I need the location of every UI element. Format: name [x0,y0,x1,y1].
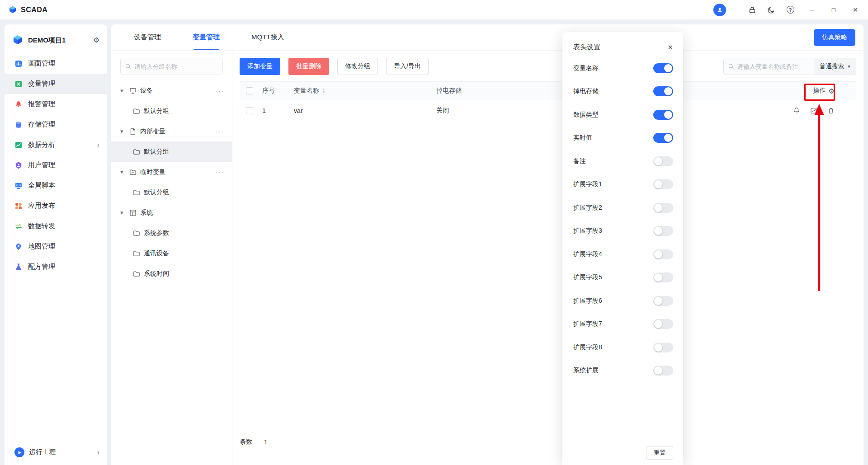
toggle-switch[interactable] [653,203,673,213]
toggle-switch[interactable] [653,319,673,329]
caret-down-icon[interactable]: ▾ [120,209,126,216]
more-actions-icon[interactable]: ··· [216,87,224,94]
close-icon[interactable]: ✕ [667,44,673,51]
map-pin-icon [14,243,23,251]
sidebar-item-screen-management[interactable]: 画面管理 [5,53,107,74]
count-label: 条数 [240,438,252,446]
account-badge-icon[interactable] [713,4,726,16]
simulation-strategy-button[interactable]: 仿真策略 [814,29,855,46]
table-row[interactable]: 1 var 关闭 [240,100,856,121]
minimize-button[interactable]: ─ [807,5,816,14]
delete-trash-icon[interactable] [827,107,835,114]
toggle-switch[interactable] [653,366,673,376]
toggle-switch[interactable] [653,179,673,189]
project-settings-gear-icon[interactable]: ⚙ [93,37,99,44]
header-settings-modal: 表头设置 ✕ 变量名称 掉电存储 数据类型 实时值 备注 [562,32,683,465]
toggle-switch[interactable] [653,86,673,96]
tree-group-system[interactable]: ▾ 系统 [111,202,232,223]
toggle-row-ext-field-6: 扩展字段6 [562,289,683,313]
more-actions-icon[interactable]: ··· [216,127,224,135]
maximize-button[interactable]: □ [829,5,838,14]
header-actions: 操作 [813,87,826,95]
lock-icon[interactable] [748,5,757,14]
batch-delete-button[interactable]: 批量删除 [288,58,329,75]
close-button[interactable]: ✕ [851,5,860,14]
add-variable-button[interactable]: 添加变量 [240,58,280,75]
sort-icon[interactable]: ▲ ▼ [322,88,326,94]
system-icon [129,209,137,216]
toggle-row-ext-field-1: 扩展字段1 [562,173,683,197]
group-search-box [120,58,223,75]
row-checkbox[interactable] [246,107,253,114]
cell-variable-name: var [294,107,436,114]
sidebar-item-data-forwarding[interactable]: 数据转发 [5,216,107,236]
group-search-input[interactable] [135,63,218,70]
toggle-switch[interactable] [653,249,673,259]
sidebar-item-variable-management[interactable]: 变量管理 [5,74,107,94]
caret-down-icon[interactable]: ▾ [120,128,126,135]
count-value: 1 [264,438,268,446]
toggle-switch[interactable] [653,156,673,166]
app-grid-icon [14,202,23,210]
search-mode-dropdown[interactable]: 普通搜索 ▾ [814,58,856,75]
import-export-button[interactable]: 导入/导出 [386,58,429,75]
dark-mode-moon-icon[interactable] [767,5,776,14]
toggle-switch[interactable] [653,343,673,352]
help-icon[interactable]: ? [786,5,795,14]
toggle-switch[interactable] [653,272,673,282]
tree-leaf-device-default-group[interactable]: 默认分组 [111,101,232,121]
toggle-switch[interactable] [653,63,673,73]
tree-leaf-label: 系统参数 [144,229,224,237]
tree-leaf-system-params[interactable]: 系统参数 [111,223,232,243]
app-logo: SCADA [8,5,47,14]
sidebar-item-user-management[interactable]: 用户管理 [5,155,107,175]
tree-leaf-system-time[interactable]: 系统时间 [111,263,232,284]
sidebar-item-recipe-management[interactable]: 配方管理 [5,257,107,277]
sidebar-item-app-publish[interactable]: 应用发布 [5,196,107,216]
caret-down-icon[interactable]: ▾ [120,87,126,94]
tab-variable-management[interactable]: 变量管理 [193,24,220,50]
toggle-row-realtime-value: 实时值 [562,127,683,150]
tree-leaf-internal-default-group[interactable]: 默认分组 [111,141,232,162]
toggle-row-data-type: 数据类型 [562,103,683,127]
tree-leaf-temp-default-group[interactable]: 默认分组 [111,182,232,202]
sidebar-item-data-analysis[interactable]: 数据分析 › [5,135,107,155]
tree-group-label: 设备 [140,87,212,95]
sidebar-item-alarm-management[interactable]: 报警管理 [5,94,107,114]
variable-search-input[interactable] [737,63,809,70]
tree-group-temp-variables[interactable]: ▾ 临时变量 ··· [111,162,232,182]
header-index: 序号 [259,87,294,95]
screen-icon [14,60,23,68]
toggle-switch[interactable] [653,226,673,236]
sidebar-item-storage-management[interactable]: 存储管理 [5,114,107,135]
variable-search-group: 普通搜索 ▾ [723,58,856,75]
toggle-switch[interactable] [653,133,673,143]
sidebar-item-label: 变量管理 [28,80,55,88]
alarm-bell-icon [14,100,23,108]
alarm-config-bell-icon[interactable] [793,107,800,114]
history-curve-icon[interactable] [810,107,817,114]
column-settings-gear-icon[interactable]: ⚙ [829,88,835,94]
more-actions-icon[interactable]: ··· [216,168,224,176]
project-name: DEMO项目1 [28,36,89,45]
toggle-row-ext-field-8: 扩展字段8 [562,336,683,359]
reset-button[interactable]: 重置 [646,446,673,460]
tree-leaf-comm-devices[interactable]: 通讯设备 [111,243,232,263]
tab-device-management[interactable]: 设备管理 [134,24,161,50]
tree-group-internal-variables[interactable]: ▾ 内部变量 ··· [111,121,232,141]
toggle-switch[interactable] [653,296,673,306]
sidebar-item-global-script[interactable]: 全局脚本 [5,175,107,196]
run-project-button[interactable]: ▶ 运行工程 › [5,439,107,465]
sidebar-item-map-management[interactable]: 地图管理 [5,236,107,257]
toggle-label: 扩展字段4 [573,250,602,258]
modify-group-button[interactable]: 修改分组 [337,58,378,75]
caret-down-icon[interactable]: ▾ [120,169,126,175]
tab-mqtt-access[interactable]: MQTT接入 [251,24,284,50]
select-all-checkbox[interactable] [246,87,253,94]
tree-group-device[interactable]: ▾ 设备 ··· [111,80,232,101]
toggle-switch[interactable] [653,110,673,120]
sidebar-menu: 画面管理 变量管理 报警管理 存储管理 数据分析 › 用户管理 [5,53,107,277]
toggle-row-power-off-storage: 掉电存储 [562,80,683,103]
search-icon [125,63,131,70]
variable-search-box [723,58,814,75]
